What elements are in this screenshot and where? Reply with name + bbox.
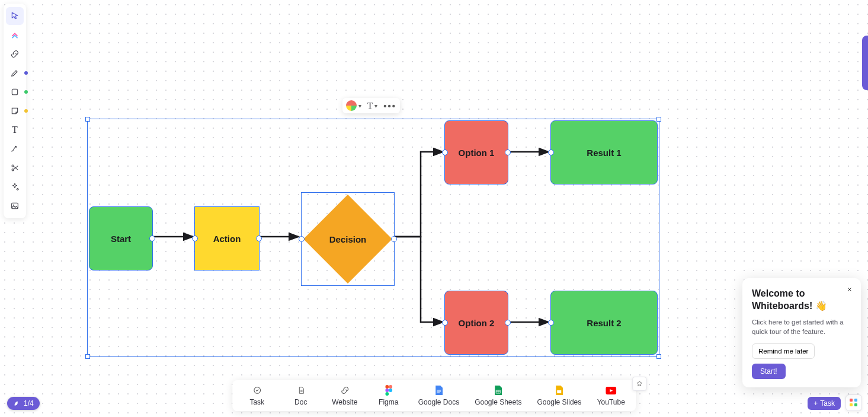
connection-port[interactable] bbox=[256, 235, 262, 241]
connection-port[interactable] bbox=[192, 235, 198, 241]
node-start[interactable]: Start bbox=[89, 206, 153, 270]
page-badge-label: 1/4 bbox=[24, 399, 34, 408]
dock-figma[interactable]: Figma bbox=[374, 385, 403, 406]
color-dot-icon bbox=[24, 90, 28, 94]
node-label: Action bbox=[213, 234, 241, 244]
dock-task[interactable]: Task bbox=[243, 385, 271, 406]
doc-card-icon bbox=[297, 385, 305, 396]
clickup-tool[interactable] bbox=[6, 26, 24, 44]
right-side-tab[interactable] bbox=[862, 36, 868, 90]
resize-handle-br[interactable] bbox=[656, 354, 661, 359]
add-task-button[interactable]: + Task bbox=[808, 397, 841, 410]
svg-point-15 bbox=[385, 392, 389, 396]
resize-handle-tl[interactable] bbox=[85, 117, 90, 122]
connection-port[interactable] bbox=[391, 236, 397, 242]
pin-icon bbox=[636, 380, 643, 387]
node-result2[interactable]: Result 2 bbox=[550, 291, 658, 355]
chevron-down-icon: ▾ bbox=[358, 103, 361, 109]
dock-label: Google Slides bbox=[537, 398, 582, 406]
clickup-icon bbox=[10, 30, 20, 40]
svg-rect-16 bbox=[557, 390, 561, 393]
shape-tool[interactable] bbox=[6, 83, 24, 101]
sticky-note-icon bbox=[10, 106, 20, 116]
dock-label: Google Docs bbox=[418, 398, 459, 406]
connector-tool[interactable] bbox=[6, 140, 24, 158]
pin-dock-button[interactable] bbox=[632, 377, 646, 391]
svg-rect-5 bbox=[12, 89, 17, 94]
close-icon bbox=[846, 286, 853, 293]
figma-icon bbox=[385, 385, 392, 396]
text-tool[interactable]: T bbox=[6, 121, 24, 139]
node-option2[interactable]: Option 2 bbox=[444, 291, 508, 355]
svg-rect-8 bbox=[12, 203, 18, 208]
pen-tool[interactable] bbox=[6, 64, 24, 82]
dock-google-sheets[interactable]: Google Sheets bbox=[475, 385, 521, 406]
pen-icon bbox=[10, 68, 20, 78]
scissors-icon bbox=[10, 163, 20, 173]
shape-icon bbox=[10, 87, 20, 97]
scissors-tool[interactable] bbox=[6, 159, 24, 177]
start-tour-button[interactable]: Start! bbox=[752, 364, 786, 379]
google-slides-icon bbox=[555, 385, 563, 396]
cursor-icon bbox=[10, 11, 20, 21]
image-tool[interactable] bbox=[6, 197, 24, 215]
svg-point-13 bbox=[385, 389, 389, 392]
node-result1[interactable]: Result 1 bbox=[550, 120, 658, 184]
apps-grid-icon bbox=[850, 399, 858, 407]
cursor-tool[interactable] bbox=[6, 7, 24, 25]
connection-port[interactable] bbox=[149, 235, 155, 241]
dock-label: Doc bbox=[294, 398, 307, 406]
node-label: Start bbox=[111, 234, 131, 244]
dock-label: YouTube bbox=[597, 398, 625, 406]
link-tool[interactable] bbox=[6, 45, 24, 63]
dock-google-docs[interactable]: Google Docs bbox=[418, 385, 459, 406]
ellipsis-icon: ••• bbox=[383, 101, 396, 111]
color-picker-button[interactable]: ▾ bbox=[346, 100, 361, 111]
resize-handle-bl[interactable] bbox=[85, 354, 90, 359]
dock-google-slides[interactable]: Google Slides bbox=[537, 385, 582, 406]
close-button[interactable] bbox=[844, 284, 855, 295]
connection-port[interactable] bbox=[505, 149, 511, 155]
svg-point-14 bbox=[389, 389, 392, 392]
node-label: Result 2 bbox=[587, 318, 621, 328]
sparkle-icon bbox=[10, 182, 20, 192]
connection-port[interactable] bbox=[299, 236, 305, 242]
ai-tool[interactable] bbox=[6, 178, 24, 196]
node-label: Result 1 bbox=[587, 148, 621, 158]
onboarding-popup: Welcome to Whiteboards! 👋 Click here to … bbox=[742, 278, 861, 387]
apps-button[interactable] bbox=[845, 394, 862, 411]
more-options-button[interactable]: ••• bbox=[383, 101, 396, 111]
popup-title: Welcome to Whiteboards! 👋 bbox=[752, 288, 851, 313]
resize-handle-tr[interactable] bbox=[656, 117, 661, 122]
connection-port[interactable] bbox=[505, 320, 511, 326]
connection-port[interactable] bbox=[548, 320, 554, 326]
node-action[interactable]: Action bbox=[194, 206, 260, 270]
task-button-label: Task bbox=[820, 399, 835, 408]
node-decision[interactable]: Decision bbox=[301, 192, 395, 286]
dock-label: Task bbox=[249, 398, 264, 406]
connection-port[interactable] bbox=[442, 149, 448, 155]
connection-port[interactable] bbox=[442, 320, 448, 326]
dock-label: Google Sheets bbox=[475, 398, 521, 406]
node-label: Option 1 bbox=[459, 148, 495, 158]
node-option1[interactable]: Option 1 bbox=[444, 120, 508, 184]
dock-doc[interactable]: Doc bbox=[287, 385, 315, 406]
color-dot-icon bbox=[24, 71, 28, 75]
image-icon bbox=[10, 201, 20, 211]
text-icon: T bbox=[367, 101, 373, 111]
remind-later-button[interactable]: Remind me later bbox=[752, 343, 815, 359]
dock-youtube[interactable]: YouTube bbox=[597, 385, 625, 406]
dock-website[interactable]: Website bbox=[331, 385, 359, 406]
page-badge[interactable]: 1/4 bbox=[7, 397, 40, 410]
rocket-icon bbox=[13, 400, 20, 407]
node-label: Option 2 bbox=[459, 318, 495, 328]
svg-point-12 bbox=[389, 385, 392, 389]
connector-icon bbox=[10, 144, 20, 154]
color-swatch-icon bbox=[346, 100, 357, 111]
connection-port[interactable] bbox=[548, 149, 554, 155]
text-icon: T bbox=[12, 125, 18, 135]
text-style-button[interactable]: T ▾ bbox=[367, 101, 377, 111]
sticky-note-tool[interactable] bbox=[6, 102, 24, 120]
left-toolbar: T bbox=[4, 4, 26, 218]
svg-point-11 bbox=[385, 385, 389, 389]
